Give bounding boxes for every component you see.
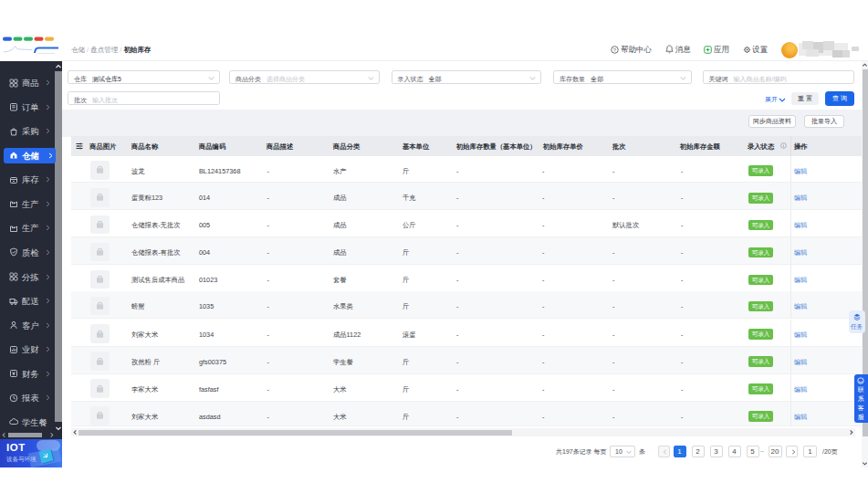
svg-text:?: ? [613, 47, 617, 52]
